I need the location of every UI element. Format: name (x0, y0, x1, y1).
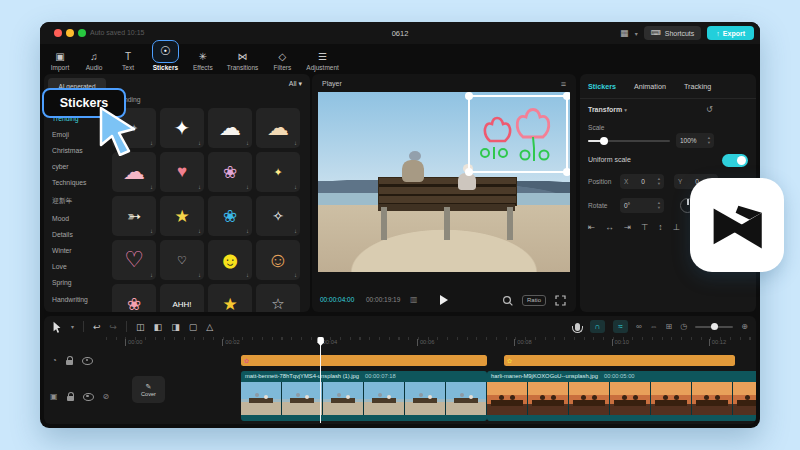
sticker-white-dove[interactable]: ➳↓ (112, 196, 156, 236)
resize-handle[interactable] (563, 168, 570, 176)
sticker-fluffy-white-dog[interactable]: ☁↓ (208, 108, 252, 148)
timeline-ruler[interactable]: 00:0000:0200:0400:0600:0800:1000:12 (106, 337, 756, 348)
mute-icon[interactable]: ⊘ (103, 393, 110, 401)
resize-handle[interactable] (465, 92, 473, 100)
select-tool-icon[interactable] (52, 321, 62, 333)
sticker-clip-1[interactable]: ✿ (241, 355, 487, 366)
linking-icon[interactable]: ∞ (636, 322, 642, 331)
sticker-astronaut-bear[interactable]: ☁↓ (112, 152, 156, 192)
category-cyber[interactable]: cyber (44, 159, 106, 175)
visibility-icon[interactable] (82, 357, 93, 365)
download-icon[interactable]: ↓ (150, 184, 153, 190)
sticker-cream-cat[interactable]: ☁↓ (256, 108, 300, 148)
spacing-icon[interactable]: ⇔ (650, 322, 658, 331)
player-menu-icon[interactable]: ≡ (561, 79, 566, 89)
stepper-icon[interactable]: ▴▾ (658, 201, 660, 211)
tool-effects[interactable]: ✳Effects (193, 50, 213, 74)
reset-icon[interactable]: ↺ (706, 105, 713, 114)
video-clip-1[interactable]: matt-bennett-78hTqvjYMS4-unsplash (1).jp… (241, 371, 487, 421)
sticker-filter-dropdown[interactable]: All ▾ (289, 80, 302, 88)
sticker-selection-box[interactable] (468, 95, 568, 173)
cover-button[interactable]: ✎ Cover (132, 376, 165, 403)
main-track-magnet-icon[interactable]: ∩ (590, 320, 605, 333)
download-icon[interactable]: ↓ (150, 140, 153, 146)
category-mood[interactable]: Mood (44, 210, 106, 226)
download-icon[interactable]: ↓ (246, 140, 249, 146)
category-emoji[interactable]: Emoji (44, 126, 106, 142)
split-icon[interactable]: ◫ (136, 322, 145, 332)
align-center-h-icon[interactable]: ↔ (605, 222, 614, 232)
sticker-magic-star[interactable]: ☆↓ (256, 284, 300, 312)
scale-slider[interactable] (588, 140, 670, 142)
uniform-scale-toggle[interactable] (722, 154, 748, 167)
clock-icon[interactable]: ◔ (52, 357, 57, 365)
collapse-icon[interactable]: ▾ (624, 107, 627, 113)
export-button[interactable]: ↑ Export (707, 26, 754, 40)
sticker-gold-sparkles[interactable]: ✦↓ (256, 152, 300, 192)
tab-animation[interactable]: Animation (634, 82, 666, 91)
video-clip-2[interactable]: harli-manen-M9jKOXOGoU--unsplash.jpg00:0… (487, 371, 756, 421)
lock-icon[interactable] (67, 396, 74, 401)
zoom-preview-icon[interactable] (502, 295, 514, 307)
tool-audio[interactable]: ♫Audio (84, 50, 104, 74)
tool-import[interactable]: ▣Import (50, 50, 70, 74)
download-icon[interactable]: ↓ (198, 184, 201, 190)
download-icon[interactable]: ↓ (198, 272, 201, 278)
trim-left-icon[interactable]: ◧ (154, 322, 163, 332)
rotate-value-box[interactable]: 0° ▴▾ (620, 198, 664, 213)
visibility-icon[interactable] (83, 393, 94, 401)
download-icon[interactable]: ↓ (294, 228, 297, 234)
chevron-down-icon[interactable]: ▾ (71, 323, 74, 330)
lock-icon[interactable] (66, 360, 73, 365)
tab-stickers[interactable]: Stickers (588, 82, 616, 91)
auto-snap-icon[interactable]: ≈ (613, 320, 628, 333)
fullscreen-icon[interactable] (555, 295, 566, 306)
record-voiceover-icon[interactable] (575, 323, 580, 331)
align-bottom-icon[interactable]: ⊥ (672, 222, 679, 232)
stepper-icon[interactable]: ▴▾ (708, 136, 710, 146)
redo-icon[interactable]: ↪ (110, 322, 118, 332)
media-display-icon[interactable]: ▦ (620, 28, 629, 38)
mirror-icon[interactable]: △ (206, 322, 213, 332)
sticker-smiley-face[interactable]: ☻↓ (208, 240, 252, 280)
sticker-neon-heart[interactable]: ♡↓ (112, 240, 156, 280)
align-left-icon[interactable]: ⇤ (588, 222, 595, 232)
category-techniques[interactable]: Techniques (44, 175, 106, 191)
category-love[interactable]: Love (44, 259, 106, 275)
tool-text[interactable]: TText (118, 50, 138, 74)
category-christmas[interactable]: Christmas (44, 142, 106, 158)
download-icon[interactable]: ↓ (246, 228, 249, 234)
chevron-down-icon[interactable]: ▾ (635, 30, 638, 37)
sticker-heart-hands[interactable]: ♥↓ (160, 152, 204, 192)
align-top-icon[interactable]: ⊤ (641, 222, 648, 232)
tool-adjustment[interactable]: ☰Adjustment (306, 50, 339, 74)
tool-transitions[interactable]: ⋈Transitions (227, 50, 259, 74)
sticker-pink-tulips[interactable]: ❀↓ (112, 284, 156, 312)
resize-handle[interactable] (465, 168, 473, 176)
zoom-fit-icon[interactable]: ⊕ (741, 322, 748, 331)
sticker-blue-butterfly[interactable]: ❀↓ (208, 196, 252, 236)
position-x-box[interactable]: X 0 ▴▾ (620, 174, 664, 189)
slider-knob[interactable] (600, 137, 608, 145)
download-icon[interactable]: ↓ (198, 228, 201, 234)
tool-stickers[interactable]: ☉Stickers (152, 54, 179, 74)
download-icon[interactable]: ↓ (150, 228, 153, 234)
sticker-star-flare[interactable]: ✦↓ (160, 108, 204, 148)
scale-value-box[interactable]: 100% ▴▾ (676, 133, 714, 148)
category-迎新年[interactable]: 迎新年 (44, 191, 106, 210)
delete-icon[interactable]: ▢ (189, 322, 198, 332)
stepper-icon[interactable]: ▴▾ (658, 177, 660, 187)
align-right-icon[interactable]: ⇥ (624, 222, 631, 232)
sticker-white-sparkles[interactable]: ✧↓ (256, 196, 300, 236)
category-handwriting[interactable]: Handwriting (44, 291, 106, 307)
play-button[interactable] (440, 295, 448, 305)
download-icon[interactable]: ↓ (150, 272, 153, 278)
sticker-pink-butterfly[interactable]: ❀↓ (208, 152, 252, 192)
undo-icon[interactable]: ↩ (93, 322, 101, 332)
frame-view-icon[interactable]: ▥ (410, 295, 418, 304)
sticker-clip-2[interactable]: ✿ (504, 355, 735, 366)
main-track-icon[interactable]: ▣ (50, 393, 58, 401)
preview-axis-icon[interactable]: ⊞ (666, 322, 673, 331)
category-winter[interactable]: Winter (44, 243, 106, 259)
category-details[interactable]: Details (44, 226, 106, 242)
